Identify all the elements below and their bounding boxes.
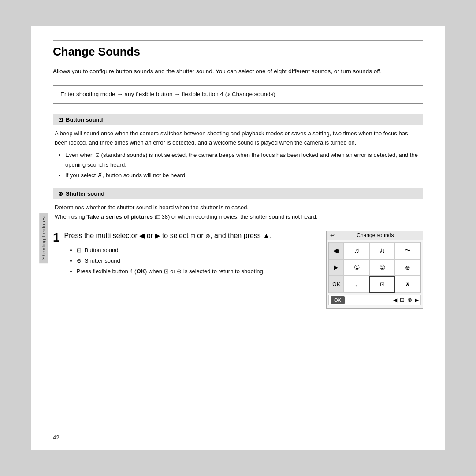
cam-cell-3-2[interactable]: ♩: [344, 276, 369, 293]
cam-side-btn-2[interactable]: ▶: [329, 259, 344, 276]
step-bullet-3: Press flexible button 4 (OK) when ⊡ or ⊛…: [77, 267, 272, 276]
cam-nav-icons: ◀ ⊡ ⊛ ▶: [393, 297, 419, 303]
step-bullet-1: ⊡: Button sound: [77, 245, 272, 255]
button-sound-label: Button sound: [66, 116, 103, 123]
shutter-sound-label: Shutter sound: [66, 190, 104, 197]
music-icon: ♪: [227, 91, 230, 97]
page-title: Change Sounds: [53, 40, 423, 59]
step-bullets: ⊡: Button sound ⊛: Shutter sound Press f…: [64, 245, 272, 276]
bullet-item: Even when ⊡ (standard sounds) is not sel…: [65, 150, 423, 169]
button-sound-bullets: Even when ⊡ (standard sounds) is not sel…: [53, 150, 423, 180]
cam-nav-left[interactable]: ◀: [393, 297, 397, 303]
step-section: 1 Press the multi selector ◀ or ▶ to sel…: [53, 231, 423, 309]
step-left: 1 Press the multi selector ◀ or ▶ to sel…: [53, 231, 316, 277]
cam-side-btn-1[interactable]: ◀): [329, 242, 344, 259]
shutter-sound-header: ⊛ Shutter sound: [53, 188, 423, 199]
camera-ui-mockup: ↩ Change sounds □ ◀) ♬ ♫ 〜 ▶ ① ② ⊛ OK ♩ …: [326, 231, 423, 309]
cam-title-bar: ↩ Change sounds □: [327, 231, 423, 240]
cam-ok-btn[interactable]: OK: [331, 296, 345, 304]
nav-instruction-text: Enter shooting mode → any flexible butto…: [60, 91, 275, 97]
intro-text: Allows you to configure button sounds an…: [53, 67, 423, 76]
step-number: 1: [53, 231, 60, 244]
cam-cell-2-4[interactable]: ⊛: [395, 259, 420, 276]
cam-back-button[interactable]: ↩: [330, 232, 335, 238]
cam-title-text: Change sounds: [357, 232, 394, 238]
cam-cell-3-4[interactable]: ✗: [395, 276, 420, 293]
button-sound-header: ⊡ Button sound: [53, 114, 423, 125]
button-sound-content: A beep will sound once when the camera s…: [53, 129, 423, 148]
shutter-sound-content: Determines whether the shutter sound is …: [53, 203, 423, 222]
shutter-sound-icon: ⊛: [58, 190, 63, 197]
page-number: 42: [53, 434, 59, 441]
cam-cell-1-2[interactable]: ♬: [344, 242, 369, 259]
cam-bottom-bar: OK ◀ ⊡ ⊛ ▶: [328, 295, 421, 305]
cam-cell-2-3[interactable]: ②: [369, 259, 395, 276]
button-sound-icon: ⊡: [58, 116, 63, 123]
cam-icon-grid: ◀) ♬ ♫ 〜 ▶ ① ② ⊛ OK ♩ ⊡ ✗: [328, 242, 421, 293]
cam-cell-3-3-selected[interactable]: ⊡: [369, 276, 395, 293]
page-container: Shooting Features Change Sounds Allows y…: [31, 26, 445, 450]
cam-nav-icon2: ⊛: [407, 297, 412, 303]
cam-side-btn-3[interactable]: OK: [329, 276, 344, 293]
step-bullet-2: ⊛: Shutter sound: [77, 256, 272, 266]
step-title: Press the multi selector ◀ or ▶ to selec…: [64, 231, 272, 241]
cam-nav-right[interactable]: ▶: [415, 297, 419, 303]
sidebar-label: Shooting Features: [39, 213, 48, 263]
cam-cell-1-3[interactable]: ♫: [369, 242, 395, 259]
cam-cell-2-2[interactable]: ①: [344, 259, 369, 276]
cam-nav-icon1: ⊡: [400, 297, 405, 303]
nav-instruction-box: Enter shooting mode → any flexible butto…: [53, 85, 423, 104]
shutter-sound-section: ⊛ Shutter sound Determines whether the s…: [53, 188, 423, 222]
button-sound-section: ⊡ Button sound A beep will sound once wh…: [53, 114, 423, 180]
cam-cell-1-4[interactable]: 〜: [395, 242, 420, 259]
bullet-item: If you select ✗, button sounds will not …: [65, 170, 423, 180]
cam-top-right-icon: □: [416, 232, 419, 238]
